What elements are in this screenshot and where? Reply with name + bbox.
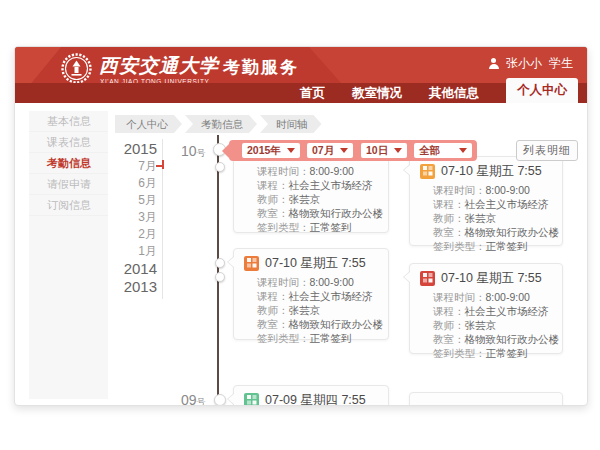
- timeline-nav-2013[interactable]: 2013: [107, 278, 157, 296]
- card-row-value: 张芸京: [289, 193, 321, 205]
- breadcrumb-item-时间轴[interactable]: 时间轴: [260, 115, 322, 133]
- breadcrumb-item-考勤信息[interactable]: 考勤信息: [185, 115, 257, 133]
- timeline-nav-5月[interactable]: 5月: [107, 192, 157, 209]
- card-row-value: 张芸京: [465, 319, 497, 331]
- card-row: 教师：张芸京: [433, 211, 552, 225]
- card-row: 课程时间：8:00-9:00: [257, 164, 378, 178]
- timeline-day-label-bottom: 09号: [181, 391, 206, 406]
- card-row-label: 签到类型：: [433, 347, 486, 359]
- card-row-label: 课程时间：: [433, 184, 486, 196]
- attendance-card: 07-10 星期五 7:55课程时间：8:00-9:00课程：社会主义市场经济教…: [233, 248, 389, 340]
- card-row-value: 社会主义市场经济: [465, 198, 549, 210]
- card-row-value: 8:00-9:00: [486, 184, 530, 196]
- card-row-value: 8:00-9:00: [310, 276, 354, 288]
- card-row: 课程：社会主义市场经济: [257, 178, 378, 192]
- timeline-nav-2014[interactable]: 2014: [107, 260, 157, 278]
- sidebar-item-考勤信息[interactable]: 考勤信息: [29, 153, 108, 174]
- card-row-label: 签到类型：: [257, 332, 310, 344]
- timeline-node-icon: [215, 258, 225, 268]
- card-row-label: 课程：: [433, 305, 465, 317]
- card-row: 教师：张芸京: [257, 192, 378, 206]
- timeline-node-icon: [215, 272, 225, 282]
- attendance-card: 07-09 星期四 7:55: [233, 385, 389, 406]
- timeline-nav-3月[interactable]: 3月: [107, 209, 157, 226]
- card-row-label: 签到类型：: [257, 221, 310, 233]
- card-row-value: 格物致知行政办公楼: [289, 318, 384, 330]
- sidebar-item-课表信息[interactable]: 课表信息: [29, 132, 108, 153]
- current-month-marker: [162, 160, 164, 169]
- card-pointer: [228, 256, 235, 268]
- card-date: 07-09 星期四 7:55: [265, 392, 366, 407]
- timeline-nav-1月[interactable]: 1月: [107, 243, 157, 260]
- year-select[interactable]: 2015年: [242, 143, 300, 158]
- card-rows: 课程时间：8:00-9:00课程：社会主义市场经济教师：张芸京教室：格物致知行政…: [420, 181, 552, 253]
- card-header: 07-09 星期四 7:55: [244, 390, 378, 406]
- breadcrumb-item-个人中心[interactable]: 个人中心: [115, 115, 182, 133]
- card-date: 07-10 星期五 7:55: [265, 255, 366, 272]
- card-row-label: 课程：: [257, 290, 289, 302]
- card-row: 教室：格物致知行政办公楼: [257, 317, 378, 331]
- card-header: 07-10 星期五 7:55: [420, 268, 552, 288]
- nav-item-其他信息[interactable]: 其他信息: [429, 83, 479, 103]
- nav-item-个人中心[interactable]: 个人中心: [506, 78, 578, 103]
- university-logo-icon: [61, 53, 92, 84]
- card-date: 07-10 星期五 7:55: [441, 163, 542, 180]
- card-row-value: 张芸京: [289, 304, 321, 316]
- nav-item-首页[interactable]: 首页: [300, 83, 325, 103]
- timeline-node-icon: [215, 162, 225, 172]
- filter-bar-pointer: [222, 144, 229, 158]
- app-title: 考勤服务: [223, 56, 299, 79]
- card-row: 教室：格物致知行政办公楼: [257, 206, 378, 220]
- card-row: 课程时间：8:00-9:00: [433, 183, 552, 197]
- card-row: 课程：社会主义市场经济: [433, 197, 552, 211]
- sidebar-item-订阅信息[interactable]: 订阅信息: [29, 195, 108, 216]
- card-row: 签到类型：正常签到: [257, 220, 378, 234]
- type-select[interactable]: 全部: [414, 143, 472, 158]
- card-row-value: 正常签到: [310, 221, 352, 233]
- breadcrumb: 个人中心考勤信息时间轴: [115, 115, 325, 133]
- caret-down-icon: [459, 148, 467, 153]
- timeline-nav-7月[interactable]: 7月: [107, 158, 157, 175]
- card-row-label: 教室：: [433, 226, 465, 238]
- card-row-label: 教室：: [257, 318, 289, 330]
- timeline-day-label-top: 10号: [181, 142, 206, 160]
- university-name-cn: 西安交通大学: [99, 53, 219, 79]
- card-row-label: 签到类型：: [433, 240, 486, 252]
- card-row: 课程时间：8:00-9:00: [257, 275, 378, 289]
- app-header: 西安交通大学 XI'AN JIAO TONG UNIVERSITY 考勤服务 张…: [15, 47, 587, 103]
- timeline-nav-2月[interactable]: 2月: [107, 226, 157, 243]
- card-row-label: 教师：: [433, 319, 465, 331]
- attendance-card: 07-10 星期五 7:55课程时间：8:00-9:00课程：社会主义市场经济教…: [409, 156, 563, 246]
- sidebar: 基本信息课表信息考勤信息请假申请订阅信息: [29, 111, 108, 399]
- card-row: 课程：社会主义市场经济: [257, 289, 378, 303]
- user-icon: [488, 58, 499, 69]
- card-row: 课程：社会主义市场经济: [433, 304, 552, 318]
- card-row-label: 课程时间：: [257, 165, 310, 177]
- user-name: 张小小: [506, 55, 542, 72]
- card-row-label: 课程时间：: [433, 291, 486, 303]
- filter-bar: 2015年 07月 10日 全部: [229, 140, 477, 161]
- page-background: { "header": { "university_cn": "西安交通大学",…: [0, 0, 600, 450]
- card-row: 教师：张芸京: [257, 303, 378, 317]
- caret-down-icon: [394, 148, 402, 153]
- card-row-label: 课程时间：: [257, 276, 310, 288]
- card-row: 教室：格物致知行政办公楼: [433, 332, 552, 346]
- card-pointer: [404, 164, 411, 176]
- card-row-label: 教师：: [433, 212, 465, 224]
- month-select[interactable]: 07月: [307, 143, 353, 158]
- card-row-label: 教室：: [433, 333, 465, 345]
- list-detail-button[interactable]: 列表明细: [516, 140, 578, 161]
- nav-item-教室情况[interactable]: 教室情况: [352, 83, 402, 103]
- timeline-nav-2015[interactable]: 2015: [107, 140, 157, 158]
- card-row: 签到类型：正常签到: [433, 346, 552, 360]
- card-rows: 课程时间：8:00-9:00课程：社会主义市场经济教师：张芸京教室：格物致知行政…: [420, 288, 552, 360]
- attendance-card: [409, 392, 563, 406]
- card-row: 签到类型：正常签到: [433, 239, 552, 253]
- sidebar-item-请假申请[interactable]: 请假申请: [29, 174, 108, 195]
- sidebar-item-基本信息[interactable]: 基本信息: [29, 111, 108, 132]
- card-row-value: 8:00-9:00: [310, 165, 354, 177]
- card-rows: 课程时间：8:00-9:00课程：社会主义市场经济教师：张芸京教室：格物致知行政…: [244, 273, 378, 345]
- user-info[interactable]: 张小小 学生: [488, 55, 573, 72]
- timeline-nav-6月[interactable]: 6月: [107, 175, 157, 192]
- day-select[interactable]: 10日: [361, 143, 407, 158]
